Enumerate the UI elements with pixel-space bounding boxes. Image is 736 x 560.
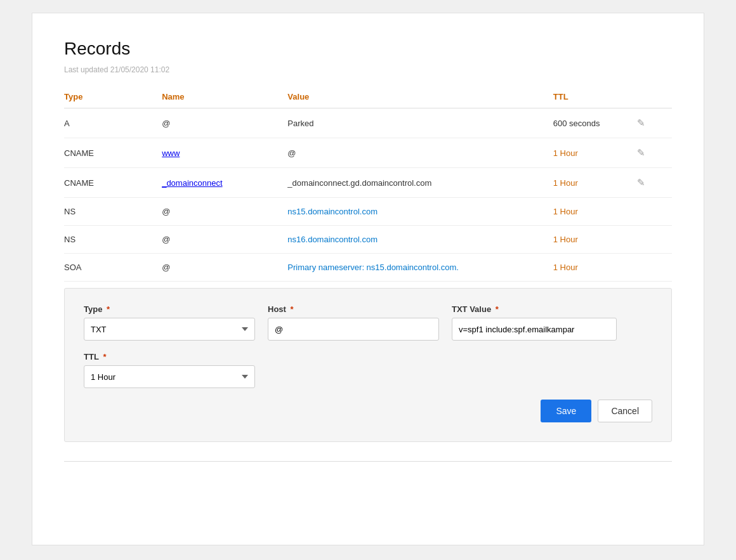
value-link[interactable]: Primary nameserver: ns15.domaincontrol.c… [287,263,459,272]
form-row-main: Type * AAAAACNAMEMXNSSOASRVTXT Host * TX… [84,304,652,341]
type-select[interactable]: AAAAACNAMEMXNSSOASRVTXT [84,318,255,341]
cell-type: NS [64,198,162,226]
txt-required: * [493,304,499,314]
cell-name[interactable]: _domainconnect [162,168,287,198]
bottom-divider [64,461,672,462]
ttl-select[interactable]: 1/2 Hour1 Hour2 Hours6 Hours12 Hours1 Da… [84,365,255,388]
type-form-group: Type * AAAAACNAMEMXNSSOASRVTXT [84,304,255,341]
table-row: SOA@Primary nameserver: ns15.domaincontr… [64,254,672,282]
cell-ttl: 1 Hour [553,254,637,282]
table-row: NS@ns15.domaincontrol.com1 Hour [64,198,672,226]
cell-name: @ [162,198,287,226]
name-link[interactable]: www [162,148,180,158]
col-header-name: Name [162,87,287,108]
cell-value: _domainconnect.gd.domaincontrol.com [287,168,553,198]
host-required: * [288,304,294,314]
cell-ttl: 1 Hour [553,226,637,254]
cell-action [637,226,672,254]
cell-ttl: 1 Hour [553,138,637,168]
col-header-type: Type [64,87,162,108]
cell-action [637,254,672,282]
cell-ttl: 600 seconds [553,108,637,138]
col-header-action [637,87,672,108]
ttl-required: * [101,352,107,361]
form-row-ttl: TTL * 1/2 Hour1 Hour2 Hours6 Hours12 Hou… [84,352,652,388]
txt-form-group: TXT Value * [452,304,617,341]
name-link[interactable]: _domainconnect [162,178,222,188]
page-container: Records Last updated 21/05/2020 11:02 Ty… [32,13,704,545]
host-input[interactable] [268,318,439,341]
value-link[interactable]: ns15.domaincontrol.com [287,207,378,216]
cell-value[interactable]: ns15.domaincontrol.com [287,198,553,226]
cell-action[interactable]: ✎ [637,168,672,198]
table-row: CNAMEwww@1 Hour✎ [64,138,672,168]
edit-icon[interactable]: ✎ [637,147,645,159]
value-link[interactable]: ns16.domaincontrol.com [287,235,378,244]
ttl-form-group: TTL * 1/2 Hour1 Hour2 Hours6 Hours12 Hou… [84,352,255,388]
type-required: * [104,304,110,314]
table-row: CNAME_domainconnect_domainconnect.gd.dom… [64,168,672,198]
cell-type: NS [64,226,162,254]
save-button[interactable]: Save [541,400,591,422]
cancel-button[interactable]: Cancel [598,400,652,422]
ttl-label: TTL * [84,352,255,361]
cell-value[interactable]: ns16.domaincontrol.com [287,226,553,254]
cell-type: CNAME [64,168,162,198]
cell-ttl: 1 Hour [553,168,637,198]
page-title: Records [64,39,672,59]
form-actions: Save Cancel [84,400,652,422]
edit-icon[interactable]: ✎ [637,177,645,188]
edit-icon[interactable]: ✎ [637,117,645,129]
cell-value: Parked [287,108,553,138]
last-updated: Last updated 21/05/2020 11:02 [64,65,672,74]
cell-value[interactable]: Primary nameserver: ns15.domaincontrol.c… [287,254,553,282]
cell-action[interactable]: ✎ [637,138,672,168]
col-header-value: Value [287,87,553,108]
cell-type: SOA [64,254,162,282]
txt-label: TXT Value * [452,304,617,314]
cell-name: @ [162,108,287,138]
cell-action[interactable]: ✎ [637,108,672,138]
table-row: A@Parked600 seconds✎ [64,108,672,138]
records-table: Type Name Value TTL A@Parked600 seconds✎… [64,87,672,282]
host-form-group: Host * [268,304,439,341]
add-record-form: Type * AAAAACNAMEMXNSSOASRVTXT Host * TX… [64,288,672,442]
type-label: Type * [84,304,255,314]
cell-type: CNAME [64,138,162,168]
cell-ttl: 1 Hour [553,198,637,226]
cell-name: @ [162,226,287,254]
txt-input[interactable] [452,318,617,341]
cell-name[interactable]: www [162,138,287,168]
col-header-ttl: TTL [553,87,637,108]
cell-value: @ [287,138,553,168]
cell-name: @ [162,254,287,282]
cell-type: A [64,108,162,138]
cell-action [637,198,672,226]
host-label: Host * [268,304,439,314]
table-row: NS@ns16.domaincontrol.com1 Hour [64,226,672,254]
